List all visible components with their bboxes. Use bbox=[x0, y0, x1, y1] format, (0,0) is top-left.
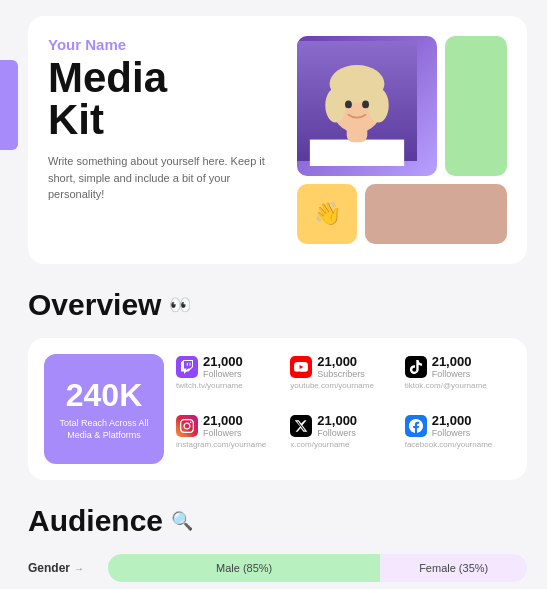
instagram-followers-label: Followers bbox=[203, 428, 243, 438]
total-reach-box: 240K Total Reach Across All Media & Plat… bbox=[44, 354, 164, 464]
svg-point-9 bbox=[362, 101, 369, 109]
twitch-followers: 21,000 bbox=[203, 354, 243, 369]
audience-section-header: Audience 🔍 bbox=[28, 504, 527, 538]
overview-card: 240K Total Reach Across All Media & Plat… bbox=[28, 338, 527, 480]
wave-emoji-block: 👋 bbox=[297, 184, 357, 244]
tiktok-followers-label: Followers bbox=[432, 369, 472, 379]
x-followers: 21,000 bbox=[317, 413, 357, 428]
eyes-emoji: 👀 bbox=[169, 294, 191, 316]
left-accent-bar bbox=[0, 60, 18, 150]
x-icon bbox=[290, 415, 312, 437]
youtube-followers: 21,000 bbox=[317, 354, 365, 369]
svg-point-7 bbox=[368, 88, 389, 122]
platform-tiktok: 21,000 Followers tiktok.com/@yourname bbox=[405, 354, 511, 405]
tiktok-url: tiktok.com/@yourname bbox=[405, 381, 511, 390]
x-url: x.com/yourname bbox=[290, 440, 396, 449]
overview-title: Overview bbox=[28, 288, 161, 322]
media-kit-card: Your Name Media Kit Write something abou… bbox=[28, 16, 527, 264]
your-name-label: Your Name bbox=[48, 36, 281, 53]
youtube-icon bbox=[290, 356, 312, 378]
media-kit-title: Media Kit bbox=[48, 57, 281, 141]
gender-arrow-icon: → bbox=[74, 563, 84, 574]
tiktok-icon bbox=[405, 356, 427, 378]
gender-row: Gender → Male (85%) Female (35%) bbox=[28, 554, 527, 582]
facebook-followers-label: Followers bbox=[432, 428, 472, 438]
facebook-icon bbox=[405, 415, 427, 437]
instagram-icon bbox=[176, 415, 198, 437]
platform-youtube: 21,000 Subscribers youtube.com/yourname bbox=[290, 354, 396, 405]
instagram-followers: 21,000 bbox=[203, 413, 243, 428]
overview-section-header: Overview 👀 bbox=[28, 288, 527, 322]
facebook-url: facebook.com/yourname bbox=[405, 440, 511, 449]
youtube-followers-label: Subscribers bbox=[317, 369, 365, 379]
audience-title: Audience bbox=[28, 504, 163, 538]
gender-bar: Male (85%) Female (35%) bbox=[108, 554, 527, 582]
media-kit-photos: 👋 bbox=[297, 36, 507, 244]
platform-twitch: 21,000 Followers twitch.tv/yourname bbox=[176, 354, 282, 405]
twitch-icon bbox=[176, 356, 198, 378]
total-reach-number: 240K bbox=[66, 377, 143, 414]
svg-point-6 bbox=[325, 88, 346, 122]
media-kit-description: Write something about yourself here. Kee… bbox=[48, 153, 281, 203]
svg-rect-2 bbox=[310, 140, 404, 166]
male-bar: Male (85%) bbox=[108, 554, 380, 582]
platform-facebook: 21,000 Followers facebook.com/yourname bbox=[405, 413, 511, 464]
platforms-grid: 21,000 Followers twitch.tv/yourname 21,0… bbox=[176, 354, 511, 464]
instagram-url: instagram.com/yourname bbox=[176, 440, 282, 449]
green-accent-block bbox=[445, 36, 507, 176]
tiktok-followers: 21,000 bbox=[432, 354, 472, 369]
search-emoji: 🔍 bbox=[171, 510, 193, 532]
twitch-followers-label: Followers bbox=[203, 369, 243, 379]
svg-point-8 bbox=[345, 101, 352, 109]
facebook-followers: 21,000 bbox=[432, 413, 472, 428]
media-kit-left: Your Name Media Kit Write something abou… bbox=[48, 36, 281, 244]
audience-section: Audience 🔍 Gender → Male (85%) Female (3… bbox=[28, 504, 527, 589]
gender-label: Gender bbox=[28, 561, 70, 575]
youtube-url: youtube.com/yourname bbox=[290, 381, 396, 390]
twitch-url: twitch.tv/yourname bbox=[176, 381, 282, 390]
female-bar: Female (35%) bbox=[380, 554, 527, 582]
peach-accent-block bbox=[365, 184, 507, 244]
x-followers-label: Followers bbox=[317, 428, 357, 438]
profile-photo bbox=[297, 36, 437, 176]
audience-rows: Gender → Male (85%) Female (35%) Age → 1… bbox=[28, 554, 527, 589]
total-reach-label: Total Reach Across All Media & Platforms bbox=[56, 418, 152, 441]
platform-instagram: 21,000 Followers instagram.com/yourname bbox=[176, 413, 282, 464]
platform-x: 21,000 Followers x.com/yourname bbox=[290, 413, 396, 464]
